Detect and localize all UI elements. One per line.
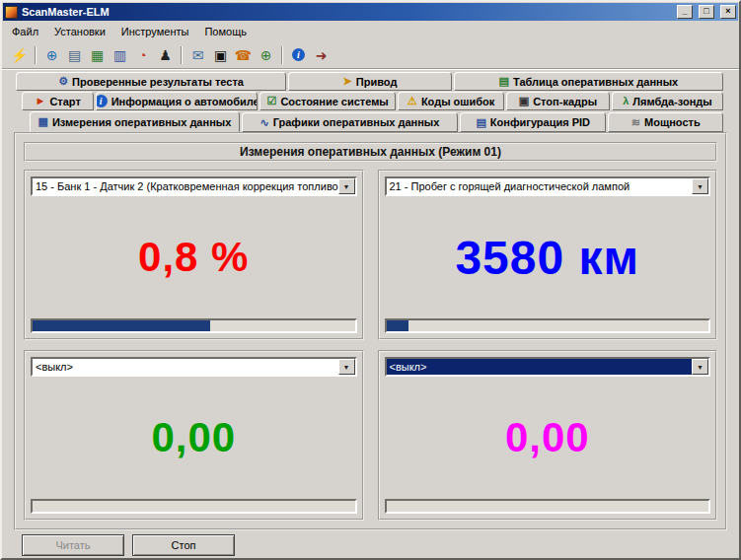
tab-label: Мощность [644,116,701,128]
gauge-progress-3 [31,499,357,514]
tab-vehicle-info[interactable]: i Информация о автомобиле [96,92,258,110]
footer: Читать Стоп [22,534,739,556]
chevron-down-icon[interactable]: ▼ [692,178,708,194]
tab-test-results[interactable]: ⚙ Проверенные результаты теста [16,72,286,91]
gauge-progress-1 [31,318,357,333]
system-status-icon: ☑ [267,96,277,106]
gauge-panel-4: <выкл> ▼ 0,00 [378,350,718,521]
tab-system-status[interactable]: ☑ Состояние системы [259,92,396,110]
gauge-progress-fill-1 [33,320,210,331]
gauge-icon[interactable]: ◔ [131,44,154,66]
table-green-icon: ▤ [499,76,509,87]
pid-selector-2-value: 21 - Пробег с горящей диагностической ла… [387,178,693,194]
document-icon[interactable]: ▤ [63,44,86,66]
gauge-value-3: 0,00 [31,377,357,499]
tab-label: Стоп-кадры [533,96,597,107]
live-data-panel: Измерения оперативных данных (Режим 01) … [14,132,727,530]
tab-live-data-graphs[interactable]: ∿ Графики оперативных данных [242,112,458,132]
pid-selector-2[interactable]: 21 - Пробег с горящей диагностической ла… [385,176,711,196]
table-icon[interactable]: ▦ [86,44,109,66]
web-icon[interactable]: ⊕ [255,44,277,66]
window: ScanMaster-ELM _ □ × Файл Установки Инст… [0,0,741,560]
gauge-grid: 15 - Банк 1 - Датчик 2 (Кратковременная … [24,170,717,521]
pid-selector-1[interactable]: 15 - Банк 1 - Датчик 2 (Кратковременная … [31,176,357,196]
gauge-value-2: 3580 км [385,196,711,318]
tab-label: Измерения оперативных данных [52,116,231,128]
freeze-frame-icon: ▣ [519,96,529,106]
menu-tools[interactable]: Инструменты [113,23,197,40]
tab-label: Привод [356,76,398,88]
user-icon[interactable]: ♟ [154,44,177,66]
window-title: ScanMaster-ELM [22,6,671,18]
gauge-panel-3: <выкл> ▼ 0,00 [24,350,364,521]
exit-icon[interactable]: ➜ [310,44,333,66]
tab-label: Проверенные результаты теста [72,76,244,88]
lambda-icon: λ [623,96,629,106]
chart-icon[interactable]: ▥ [109,44,131,66]
pid-selector-4-value: <выкл> [387,359,693,375]
pid-selector-4[interactable]: <выкл> ▼ [385,357,711,377]
tab-label: Конфигурация PID [490,116,590,128]
gauge-progress-2 [385,318,711,333]
tab-power[interactable]: ≋ Мощность [608,112,723,132]
tab-pid-config[interactable]: ▤ Конфигурация PID [460,112,606,132]
graphs-icon: ∿ [259,117,268,128]
menu-help[interactable]: Помощь [196,23,255,40]
gauge-progress-fill-2 [387,320,409,331]
gauge-value-4: 0,00 [385,377,711,499]
tab-lambda-sensors[interactable]: λ Лямбда-зонды [612,92,723,110]
tab-start[interactable]: ► Старт [22,92,94,110]
stop-button[interactable]: Стоп [132,534,235,556]
pid-config-icon: ▤ [476,117,485,128]
tab-label: Информация о автомобиле [111,96,258,107]
pid-selector-1-value: 15 - Банк 1 - Датчик 2 (Кратковременная … [33,178,338,194]
tab-row-3: ▦ Измерения оперативных данных ∿ Графики… [2,111,739,132]
panel-title: Измерения оперативных данных (Режим 01) [24,142,717,162]
toolbar-separator [281,46,283,64]
tab-live-data-measurements[interactable]: ▦ Измерения оперативных данных [30,111,240,132]
tab-label: Состояние системы [280,96,388,107]
drive-icon: ➤ [343,76,352,87]
toolbar-separator [181,46,183,64]
menu-settings[interactable]: Установки [46,23,113,40]
toolbar-separator [35,46,37,64]
gauge-progress-4 [385,499,711,514]
menu-bar: Файл Установки Инструменты Помощь [2,22,739,41]
chat-icon[interactable]: ✉ [186,44,209,66]
vehicle-info-icon: i [96,95,107,107]
chevron-down-icon[interactable]: ▼ [338,178,355,194]
phone-icon[interactable]: ☎ [232,44,255,66]
minimize-button[interactable]: _ [677,5,693,19]
tab-label: Таблица оперативных данных [513,76,678,88]
globe-icon[interactable]: ⊕ [40,44,63,66]
dtc-icon: ⚠ [408,96,417,106]
terminal-icon[interactable]: ▣ [209,44,232,66]
close-button[interactable]: × [720,5,736,19]
start-icon: ► [36,96,46,106]
app-icon [5,6,18,19]
chevron-down-icon[interactable]: ▼ [692,359,708,375]
gear-icon: ⚙ [58,76,68,87]
tab-label: Старт [49,96,80,107]
pid-selector-3[interactable]: <выкл> ▼ [31,357,357,377]
tab-actuator-drive[interactable]: ➤ Привод [288,72,452,91]
title-bar: ScanMaster-ELM _ □ × [3,3,738,21]
toolbar: ⚡ ⊕ ▤ ▦ ▥ ◔ ♟ ✉ ▣ ☎ ⊕ i ➜ [2,41,739,69]
chevron-down-icon[interactable]: ▼ [338,359,355,375]
tab-freeze-frames[interactable]: ▣ Стоп-кадры [506,92,610,110]
tab-row-1: ⚙ Проверенные результаты теста ➤ Привод … [2,72,739,91]
gauge-panel-1: 15 - Банк 1 - Датчик 2 (Кратковременная … [24,170,364,340]
gauge-value-1: 0,8 % [31,196,357,318]
menu-file[interactable]: Файл [4,23,46,40]
tab-live-data-table[interactable]: ▤ Таблица оперативных данных [454,72,723,91]
maximize-button[interactable]: □ [699,5,714,19]
read-button[interactable]: Читать [22,534,124,556]
tab-trouble-codes[interactable]: ⚠ Коды ошибок [398,92,504,110]
tab-row-2: ► Старт i Информация о автомобиле ☑ Сост… [2,92,739,110]
pid-selector-3-value: <выкл> [33,359,338,375]
gauge-panel-2: 21 - Пробег с горящей диагностической ла… [378,170,718,340]
tab-label: Графики оперативных данных [273,116,440,128]
info-icon[interactable]: i [292,48,305,61]
connect-icon[interactable]: ⚡ [8,44,31,66]
measurements-icon: ▦ [37,116,47,127]
